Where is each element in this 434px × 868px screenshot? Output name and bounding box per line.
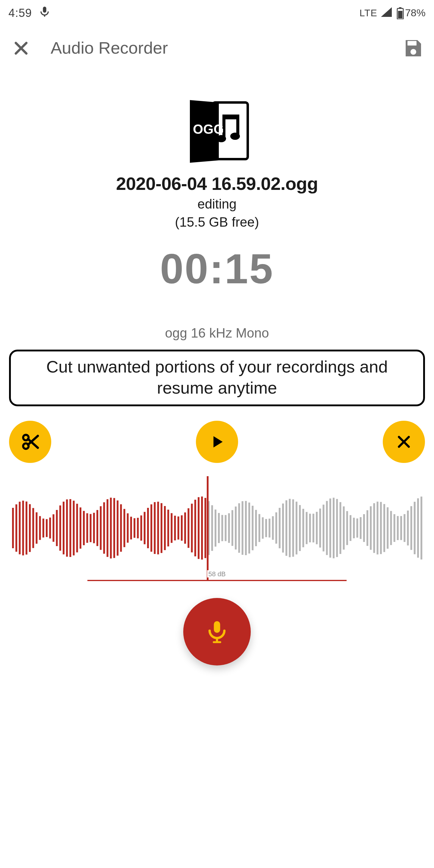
svg-rect-19 [22, 501, 24, 555]
svg-rect-75 [211, 505, 213, 551]
svg-point-12 [230, 133, 240, 140]
record-button-wrap [183, 598, 251, 665]
tip-box: Cut unwanted portions of your recordings… [9, 350, 425, 406]
svg-rect-27 [49, 518, 51, 538]
svg-rect-26 [46, 519, 48, 537]
svg-rect-33 [69, 499, 71, 557]
svg-rect-140 [213, 641, 221, 643]
svg-rect-122 [370, 506, 372, 550]
svg-rect-62 [167, 510, 169, 547]
svg-rect-98 [289, 499, 290, 557]
save-button[interactable] [400, 36, 426, 61]
svg-rect-87 [252, 506, 253, 550]
save-floppy-icon [402, 37, 424, 59]
svg-rect-22 [32, 508, 34, 548]
svg-rect-36 [80, 507, 82, 549]
svg-rect-132 [404, 514, 405, 542]
svg-rect-105 [313, 514, 314, 542]
svg-rect-52 [133, 518, 135, 538]
svg-rect-67 [184, 513, 186, 544]
svg-rect-104 [309, 514, 311, 542]
waveform[interactable] [10, 480, 424, 576]
svg-rect-57 [150, 504, 152, 552]
svg-rect-63 [170, 513, 173, 543]
svg-rect-108 [322, 504, 324, 551]
svg-rect-18 [19, 502, 21, 555]
svg-rect-32 [66, 499, 68, 557]
svg-rect-73 [204, 498, 206, 558]
svg-rect-77 [218, 513, 220, 543]
battery-icon: 78% [397, 7, 426, 19]
svg-rect-17 [16, 504, 17, 552]
svg-rect-106 [316, 512, 318, 544]
free-space: (15.5 GB free) [175, 215, 259, 230]
svg-rect-23 [36, 513, 37, 544]
svg-text:OGG: OGG [193, 122, 224, 136]
play-button[interactable] [196, 421, 238, 463]
svg-rect-28 [53, 514, 54, 541]
cancel-button[interactable] [383, 421, 425, 463]
svg-rect-84 [242, 501, 244, 555]
svg-rect-102 [302, 509, 304, 547]
svg-rect-112 [336, 499, 338, 557]
svg-rect-39 [90, 514, 92, 542]
svg-rect-71 [198, 497, 199, 559]
mic-status-icon [40, 6, 49, 20]
svg-rect-54 [141, 516, 142, 541]
svg-rect-45 [110, 498, 112, 558]
svg-rect-80 [228, 513, 230, 543]
svg-rect-116 [350, 515, 351, 541]
svg-rect-96 [282, 504, 284, 553]
svg-rect-82 [235, 507, 237, 550]
svg-rect-130 [397, 516, 399, 540]
svg-rect-111 [333, 498, 335, 558]
svg-rect-115 [346, 511, 348, 545]
file-name: 2020-06-04 16.59.02.ogg [116, 174, 318, 194]
svg-rect-59 [157, 502, 159, 555]
svg-rect-93 [272, 516, 274, 540]
svg-rect-42 [100, 506, 101, 550]
svg-rect-43 [103, 502, 105, 554]
svg-rect-118 [356, 518, 358, 538]
scissors-icon [20, 432, 40, 452]
svg-rect-38 [86, 513, 88, 543]
svg-rect-69 [191, 504, 193, 553]
svg-rect-131 [400, 516, 402, 540]
svg-rect-56 [147, 508, 149, 548]
svg-rect-124 [377, 501, 378, 554]
svg-rect-40 [93, 513, 95, 543]
svg-rect-61 [164, 506, 166, 550]
svg-rect-76 [215, 510, 216, 547]
signal-icon [381, 7, 392, 20]
svg-rect-53 [137, 518, 138, 538]
svg-rect-129 [394, 514, 396, 542]
record-button[interactable] [183, 598, 251, 665]
svg-rect-110 [330, 498, 331, 558]
svg-rect-92 [269, 519, 270, 538]
svg-rect-133 [407, 510, 409, 546]
svg-rect-65 [178, 517, 179, 540]
svg-rect-41 [96, 510, 98, 546]
svg-rect-119 [360, 517, 362, 539]
svg-rect-66 [181, 516, 183, 541]
svg-rect-44 [107, 499, 108, 557]
close-button[interactable] [8, 36, 34, 61]
svg-rect-128 [390, 511, 392, 545]
svg-rect-20 [26, 501, 27, 555]
close-icon [396, 433, 412, 450]
svg-point-6 [410, 49, 416, 55]
svg-rect-70 [194, 500, 196, 556]
svg-rect-37 [83, 511, 85, 545]
svg-rect-89 [258, 514, 260, 542]
svg-rect-1 [44, 14, 45, 16]
cut-button[interactable] [9, 421, 51, 463]
app-bar: Audio Recorder [0, 27, 434, 70]
svg-rect-0 [43, 6, 46, 12]
svg-rect-51 [130, 517, 132, 539]
svg-rect-34 [73, 501, 75, 555]
playhead[interactable] [207, 476, 209, 580]
svg-rect-113 [339, 502, 341, 554]
svg-rect-46 [113, 498, 115, 558]
edit-controls-row [9, 421, 425, 463]
svg-rect-30 [59, 505, 61, 551]
